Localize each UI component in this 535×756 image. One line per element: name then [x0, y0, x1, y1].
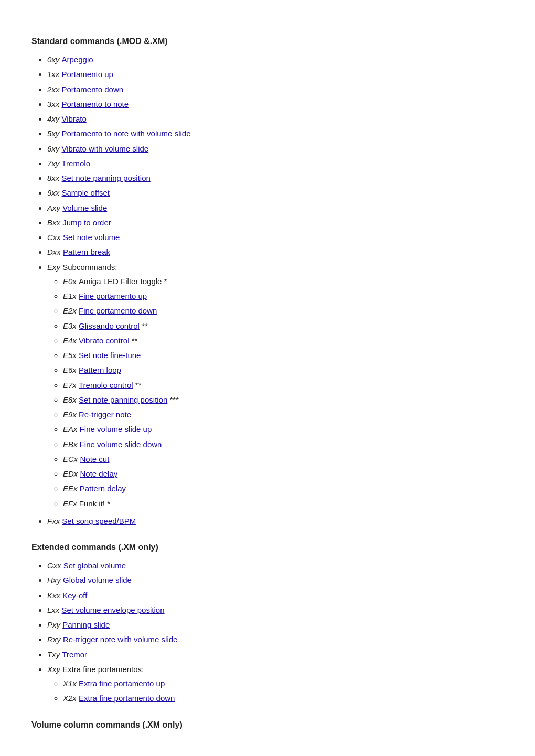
command-link[interactable]: Vibrato control: [79, 336, 129, 345]
command-code: 8xx: [47, 174, 62, 182]
list-item: Axy Volume slide: [47, 202, 504, 214]
command-code: 0xy: [47, 55, 62, 64]
command-code: E6x: [63, 365, 79, 374]
list-item: 6xy Vibrato with volume slide: [47, 143, 504, 155]
command-code: Txy: [47, 650, 62, 659]
list-item: 5xy Portamento to note with volume slide: [47, 127, 504, 139]
command-code: Exy: [47, 263, 62, 272]
command-link[interactable]: Re-trigger note with volume slide: [63, 635, 177, 644]
command-link[interactable]: Fine portamento down: [79, 306, 157, 315]
command-code: 2xx: [47, 85, 62, 94]
command-plain-text: Funk it! *: [79, 499, 110, 508]
command-link[interactable]: Arpeggio: [62, 55, 93, 64]
list-item: E9x Re-trigger note: [63, 408, 504, 420]
list-item: 0xy Arpeggio: [47, 53, 504, 66]
command-plain-text: Amiga LED Filter toggle *: [79, 277, 167, 286]
command-code: Bxx: [47, 218, 62, 227]
command-link[interactable]: Set note fine-tune: [79, 351, 141, 360]
command-link[interactable]: Set note panning position: [79, 395, 167, 404]
command-link[interactable]: Set song speed/BPM: [62, 516, 136, 525]
command-link[interactable]: Note delay: [80, 469, 118, 478]
command-code: EDx: [63, 469, 80, 478]
list-item: Exy Subcommands:E0x Amiga LED Filter tog…: [47, 261, 504, 510]
command-link[interactable]: Portamento up: [62, 70, 113, 79]
list-item: 7xy Tremolo: [47, 157, 504, 169]
list-item: 8xx Set note panning position: [47, 172, 504, 184]
command-suffix: ***: [167, 395, 179, 404]
command-link[interactable]: Vibrato: [62, 114, 87, 123]
command-code: EEx: [63, 484, 80, 493]
command-link[interactable]: Set note panning position: [62, 174, 151, 182]
list-item: Dxx Pattern break: [47, 246, 504, 258]
command-code: 1xx: [47, 70, 62, 79]
list-item: Rxy Re-trigger note with volume slide: [47, 633, 504, 645]
list-item: Pxy Panning slide: [47, 619, 504, 631]
section-title-volume: Volume column commands (.XM only): [31, 720, 504, 730]
command-code: Rxy: [47, 635, 63, 644]
command-code: 7xy: [47, 159, 62, 168]
command-link[interactable]: Volume slide: [62, 203, 107, 212]
command-code: EFx: [63, 499, 79, 508]
section-title-extended: Extended commands (.XM only): [31, 543, 504, 552]
command-link[interactable]: Sample offset: [62, 188, 110, 197]
page-content: Standard commands (.MOD &.XM)0xy Arpeggi…: [31, 37, 504, 730]
command-link[interactable]: Pattern delay: [80, 484, 126, 493]
command-code: EBx: [63, 440, 80, 449]
command-code: Kxx: [47, 591, 62, 600]
list-item: 4xy Vibrato: [47, 113, 504, 125]
command-code: E2x: [63, 306, 79, 315]
command-list-extended: Gxx Set global volumeHxy Global volume s…: [47, 559, 504, 705]
list-item: Kxx Key-off: [47, 589, 504, 601]
command-code: 3xx: [47, 100, 62, 109]
list-item: Fxx Set song speed/BPM: [47, 515, 504, 527]
command-link[interactable]: Vibrato with volume slide: [62, 144, 149, 153]
command-link[interactable]: Fine volume slide down: [80, 440, 162, 449]
command-link[interactable]: Re-trigger note: [79, 410, 131, 419]
command-link[interactable]: Panning slide: [62, 620, 110, 629]
command-link[interactable]: Glissando control: [79, 321, 140, 330]
command-link[interactable]: Global volume slide: [63, 576, 132, 585]
list-item: Lxx Set volume envelope position: [47, 604, 504, 616]
command-link[interactable]: Note cut: [80, 455, 110, 463]
command-code: E0x: [63, 277, 79, 286]
list-item: E1x Fine portamento up: [63, 290, 504, 302]
command-link[interactable]: Tremolo: [62, 159, 90, 168]
list-item: Bxx Jump to order: [47, 217, 504, 229]
list-item: X2x Extra fine portamento down: [63, 692, 504, 704]
command-link[interactable]: Extra fine portamento up: [79, 679, 165, 688]
command-link[interactable]: Fine volume slide up: [80, 425, 152, 434]
list-item: E8x Set note panning position ***: [63, 394, 504, 406]
list-item: ECx Note cut: [63, 453, 504, 465]
command-link[interactable]: Key-off: [62, 591, 87, 600]
command-link[interactable]: Tremolo control: [79, 381, 133, 390]
command-code: 9xx: [47, 188, 62, 197]
command-link[interactable]: Set global volume: [63, 561, 126, 570]
command-code: 5xy: [47, 129, 62, 138]
subcommand-list: E0x Amiga LED Filter toggle *E1x Fine po…: [63, 275, 504, 510]
list-item: E4x Vibrato control **: [63, 334, 504, 347]
command-link[interactable]: Fine portamento up: [79, 291, 147, 300]
command-link[interactable]: Portamento to note: [62, 100, 129, 109]
command-link[interactable]: Portamento to note with volume slide: [62, 129, 191, 138]
command-code: Gxx: [47, 561, 63, 570]
list-item: E5x Set note fine-tune: [63, 349, 504, 361]
list-item: EDx Note delay: [63, 468, 504, 480]
command-link[interactable]: Pattern break: [63, 247, 110, 256]
command-link[interactable]: Set volume envelope position: [62, 606, 165, 614]
command-link[interactable]: Portamento down: [62, 85, 124, 94]
command-code: Hxy: [47, 576, 63, 585]
command-plain-text: Subcommands:: [62, 263, 117, 272]
subcommand-list: X1x Extra fine portamento upX2x Extra fi…: [63, 677, 504, 705]
command-suffix: **: [129, 336, 137, 345]
command-link[interactable]: Set note volume: [63, 233, 120, 242]
command-link[interactable]: Tremor: [62, 650, 87, 659]
list-item: Cxx Set note volume: [47, 231, 504, 243]
list-item: EEx Pattern delay: [63, 482, 504, 494]
command-code: E4x: [63, 336, 79, 345]
command-link[interactable]: Jump to order: [62, 218, 111, 227]
command-link[interactable]: Extra fine portamento down: [79, 694, 175, 703]
command-link[interactable]: Pattern loop: [79, 365, 121, 374]
command-code: Xxy: [47, 665, 62, 674]
list-item: 9xx Sample offset: [47, 187, 504, 199]
command-code: E8x: [63, 395, 79, 404]
